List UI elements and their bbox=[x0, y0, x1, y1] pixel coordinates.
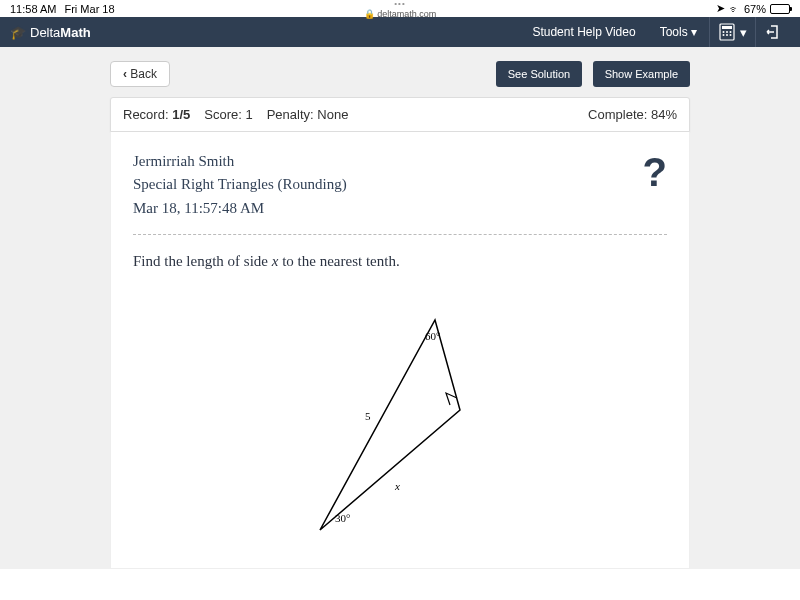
angle-top-label: 60° bbox=[425, 330, 440, 342]
tab-dots-icon: ••• bbox=[394, 0, 405, 8]
prompt-pre: Find the length of side bbox=[133, 253, 272, 269]
calculator-icon bbox=[718, 23, 736, 41]
nav-tools-label: Tools bbox=[660, 25, 688, 39]
penalty-label: Penalty: bbox=[267, 107, 314, 122]
caret-down-icon: ▾ bbox=[740, 25, 747, 40]
location-icon: ➤ bbox=[716, 2, 725, 15]
nav-calculator[interactable]: ▾ bbox=[709, 17, 755, 47]
brand-text-a: Delta bbox=[30, 25, 60, 40]
help-question-icon[interactable]: ? bbox=[643, 150, 667, 195]
back-button[interactable]: Back bbox=[110, 61, 170, 87]
battery-icon bbox=[770, 4, 790, 14]
prompt-post: to the nearest tenth. bbox=[278, 253, 399, 269]
assignment-title: Special Right Triangles (Rounding) bbox=[133, 173, 347, 196]
show-example-button[interactable]: Show Example bbox=[593, 61, 690, 87]
see-solution-button[interactable]: See Solution bbox=[496, 61, 582, 87]
caret-down-icon: ▾ bbox=[691, 25, 697, 39]
nav-help-video[interactable]: Student Help Video bbox=[520, 25, 647, 39]
score-value: 1 bbox=[245, 107, 252, 122]
svg-point-3 bbox=[726, 31, 728, 33]
svg-point-4 bbox=[730, 31, 732, 33]
penalty-value: None bbox=[317, 107, 348, 122]
svg-point-7 bbox=[730, 34, 732, 36]
angle-bottom-label: 30° bbox=[335, 512, 350, 524]
status-time: 11:58 AM bbox=[10, 3, 56, 15]
device-status-bar: 11:58 AM Fri Mar 18 ••• 🔒 deltamath.com … bbox=[0, 0, 800, 17]
url-domain: deltamath.com bbox=[377, 9, 436, 19]
svg-rect-1 bbox=[722, 26, 732, 29]
battery-percent: 67% bbox=[744, 3, 766, 15]
problem-prompt: Find the length of side x to the nearest… bbox=[133, 253, 667, 270]
logout-icon bbox=[764, 23, 782, 41]
side-base-label: x bbox=[394, 480, 400, 492]
wifi-icon: ᯤ bbox=[729, 3, 740, 15]
record-bar: Record: 1/5 Score: 1 Penalty: None Compl… bbox=[110, 97, 690, 132]
divider bbox=[133, 234, 667, 235]
triangle-shape bbox=[320, 320, 460, 530]
app-navbar: 🎓 DeltaMath Student Help Video Tools ▾ ▾ bbox=[0, 17, 800, 47]
complete-value: 84% bbox=[651, 107, 677, 122]
svg-point-6 bbox=[726, 34, 728, 36]
problem-card: Jermirriah Smith Special Right Triangles… bbox=[110, 132, 690, 569]
nav-logout[interactable] bbox=[755, 17, 790, 47]
record-value: 1/5 bbox=[172, 107, 190, 122]
record-label: Record: bbox=[123, 107, 169, 122]
svg-point-5 bbox=[723, 34, 725, 36]
side-hypotenuse-label: 5 bbox=[365, 410, 371, 422]
nav-tools-dropdown[interactable]: Tools ▾ bbox=[648, 25, 709, 39]
assignment-timestamp: Mar 18, 11:57:48 AM bbox=[133, 197, 347, 220]
graduation-cap-icon: 🎓 bbox=[10, 25, 26, 40]
student-name: Jermirriah Smith bbox=[133, 150, 347, 173]
brand-logo[interactable]: 🎓 DeltaMath bbox=[10, 25, 91, 40]
triangle-figure: 60° 30° 5 x bbox=[133, 290, 667, 550]
brand-text-b: Math bbox=[60, 25, 90, 40]
lock-icon: 🔒 bbox=[364, 9, 375, 19]
score-label: Score: bbox=[204, 107, 242, 122]
status-date: Fri Mar 18 bbox=[64, 3, 114, 15]
complete-label: Complete: bbox=[588, 107, 647, 122]
svg-point-2 bbox=[723, 31, 725, 33]
